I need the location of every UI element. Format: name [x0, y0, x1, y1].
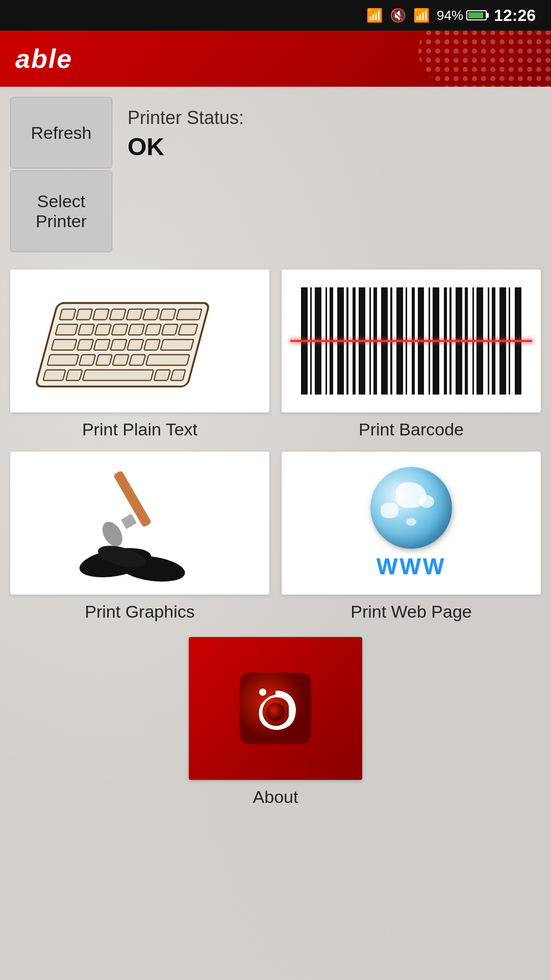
- refresh-button[interactable]: Refresh: [10, 97, 112, 168]
- svg-rect-22: [110, 339, 127, 350]
- printer-status-area: Printer Status: OK: [112, 97, 259, 171]
- svg-rect-18: [178, 324, 197, 335]
- about-label: About: [253, 787, 298, 807]
- option-print-plain-text[interactable]: Print Plain Text: [10, 270, 269, 439]
- buttons-column: Refresh Select Printer: [10, 97, 112, 254]
- svg-rect-29: [112, 355, 129, 365]
- mute-icon: 🔇: [390, 8, 406, 23]
- svg-rect-5: [93, 309, 109, 320]
- print-graphics-image: [10, 452, 269, 595]
- svg-point-44: [266, 703, 285, 721]
- svg-rect-16: [145, 324, 161, 335]
- battery-icon: [466, 10, 487, 20]
- app-logo: able: [15, 43, 72, 74]
- main-content: Refresh Select Printer Printer Status: O…: [0, 87, 551, 980]
- svg-rect-31: [146, 355, 190, 365]
- svg-rect-23: [127, 339, 143, 350]
- select-printer-button[interactable]: Select Printer: [10, 170, 112, 252]
- svg-rect-26: [47, 355, 79, 365]
- option-print-barcode[interactable]: Print Barcode: [282, 270, 541, 439]
- svg-rect-6: [110, 309, 126, 320]
- svg-rect-32: [43, 370, 66, 381]
- paintbrush-icon: [30, 462, 250, 584]
- svg-rect-11: [55, 324, 78, 335]
- globe-container: WWW: [294, 459, 528, 587]
- dots-pattern-svg: [408, 31, 551, 87]
- svg-point-39: [98, 518, 127, 550]
- svg-rect-36: [170, 370, 185, 381]
- print-web-page-label: Print Web Page: [350, 602, 472, 622]
- svg-rect-9: [160, 309, 176, 320]
- svg-rect-14: [112, 324, 128, 335]
- controls-area: Refresh Select Printer Printer Status: O…: [10, 97, 541, 254]
- keyboard-icon: [30, 280, 250, 402]
- svg-rect-17: [162, 324, 178, 335]
- print-web-page-image: WWW: [282, 452, 541, 595]
- about-row: About: [10, 637, 541, 807]
- option-about[interactable]: About: [189, 637, 362, 807]
- svg-rect-27: [79, 355, 95, 365]
- www-text: WWW: [377, 554, 446, 579]
- options-grid: Print Plain Text: [10, 270, 541, 622]
- svg-rect-7: [126, 309, 142, 320]
- svg-rect-34: [83, 370, 154, 381]
- svg-rect-13: [95, 324, 111, 335]
- time-display: 12:26: [494, 6, 536, 25]
- print-plain-text-label: Print Plain Text: [82, 420, 197, 439]
- battery-percent: 94%: [437, 8, 463, 23]
- svg-rect-3: [59, 309, 76, 320]
- scan-line: [290, 340, 533, 342]
- option-print-graphics[interactable]: Print Graphics: [10, 452, 269, 622]
- status-bar: 📶 🔇 📶 94% 12:26: [0, 0, 551, 31]
- svg-rect-28: [96, 355, 112, 365]
- svg-point-45: [259, 689, 266, 696]
- svg-rect-8: [143, 309, 159, 320]
- about-image-box: [189, 637, 362, 780]
- svg-rect-20: [77, 339, 93, 350]
- svg-rect-25: [161, 339, 194, 350]
- battery-container: 94%: [437, 8, 487, 23]
- svg-rect-30: [129, 355, 145, 365]
- printer-status-value: OK: [128, 133, 244, 161]
- able-logo-icon: [224, 657, 327, 760]
- svg-rect-19: [51, 339, 77, 350]
- print-plain-text-image: [10, 270, 269, 412]
- app-bar-decoration: [408, 31, 551, 87]
- svg-rect-21: [94, 339, 110, 350]
- signal-icon: 📶: [413, 8, 430, 23]
- status-icons: 📶 🔇 📶 94% 12:26: [366, 6, 536, 25]
- printer-status-label: Printer Status:: [128, 107, 244, 129]
- print-barcode-image: [282, 270, 541, 412]
- svg-rect-24: [144, 339, 160, 350]
- option-print-web-page[interactable]: WWW Print Web Page: [282, 452, 541, 622]
- svg-rect-38: [121, 513, 137, 529]
- app-bar: able: [0, 31, 551, 87]
- svg-rect-12: [78, 324, 94, 335]
- svg-rect-35: [154, 370, 170, 381]
- svg-rect-4: [76, 309, 92, 320]
- print-graphics-label: Print Graphics: [85, 602, 194, 622]
- svg-rect-33: [66, 370, 82, 381]
- svg-rect-10: [176, 309, 202, 320]
- barcode-container: [301, 287, 521, 395]
- svg-rect-15: [128, 324, 144, 335]
- bluetooth-icon: 📶: [366, 8, 383, 23]
- print-barcode-label: Print Barcode: [359, 420, 464, 439]
- svg-point-1: [418, 31, 551, 87]
- globe-icon: [370, 467, 452, 549]
